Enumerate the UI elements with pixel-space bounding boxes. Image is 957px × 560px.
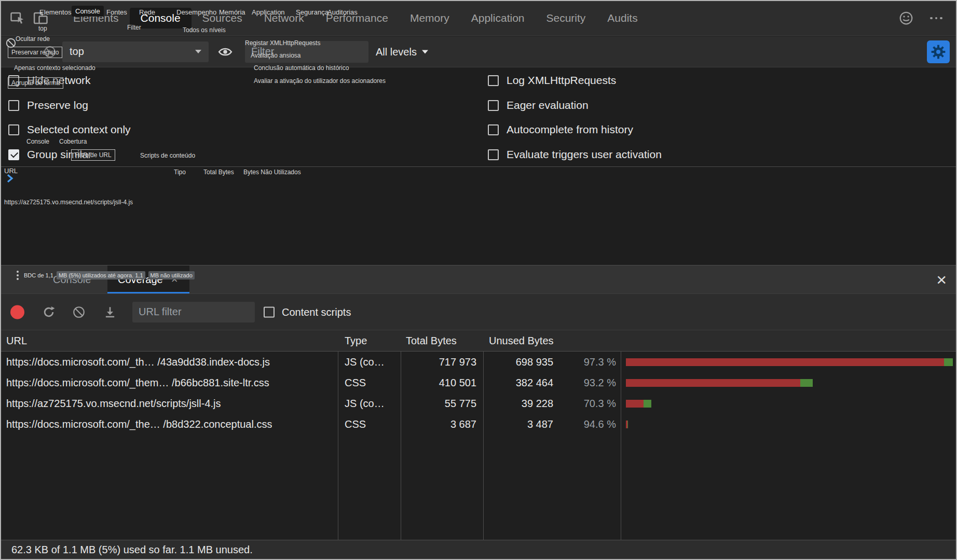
setting-label: Group similar (27, 148, 92, 161)
tab-performance[interactable]: Performance (315, 8, 399, 29)
setting-eager-evaluation[interactable]: Eager evaluation (488, 97, 589, 113)
log-levels-dropdown[interactable]: All levels (376, 46, 428, 58)
url-filter-input[interactable] (132, 302, 255, 323)
setting-selected-context-only[interactable]: Selected context only (8, 122, 131, 137)
header-unused-bytes[interactable]: Unused Bytes (489, 330, 554, 351)
drawer-close-icon[interactable]: × (936, 271, 947, 288)
row-unused-percent: 97.3 % (554, 352, 616, 372)
coverage-row[interactable]: https://docs.microsoft.com/_them… /b66bc… (1, 372, 956, 393)
device-toolbar-icon[interactable] (29, 7, 52, 30)
checkbox[interactable] (8, 75, 19, 86)
tab-close-icon[interactable]: × (171, 274, 178, 285)
coverage-table: URL Type Total Bytes Unused Bytes https:… (1, 330, 956, 540)
tab-audits[interactable]: Audits (596, 8, 648, 29)
row-url: https://docs.microsoft.com/_th… /43a9dd3… (6, 352, 270, 372)
chevron-down-icon (195, 50, 201, 53)
checkbox[interactable] (488, 75, 499, 86)
tab-network[interactable]: Network (253, 8, 315, 29)
tab-security[interactable]: Security (535, 8, 596, 29)
usage-bar (626, 421, 953, 428)
toolbar-right-actions (895, 7, 948, 30)
drawer-tab-label: Coverage (118, 274, 163, 286)
tab-console[interactable]: Console (130, 8, 192, 29)
checkbox[interactable] (488, 100, 499, 111)
devtools-window: Elements Console Sources Network Perform… (0, 0, 957, 560)
checkbox[interactable] (264, 306, 275, 317)
row-unused-percent: 94.6 % (554, 414, 616, 435)
drawer-tabbar: Console Coverage × × (1, 265, 956, 294)
content-scripts-toggle[interactable]: Content scripts (264, 306, 351, 318)
setting-autocomplete-history[interactable]: Autocomplete from history (488, 122, 633, 137)
tab-sources[interactable]: Sources (192, 8, 253, 29)
setting-preserve-log[interactable]: Preserve log (8, 97, 88, 113)
console-settings-gear-button[interactable] (927, 40, 950, 63)
row-type: JS (co… (345, 352, 385, 372)
used-bar-segment (800, 379, 813, 387)
console-toolbar: top All levels (1, 36, 956, 67)
drawer-tab-coverage[interactable]: Coverage × (107, 265, 189, 293)
row-url: https://docs.microsoft.com/_them… /b66bc… (6, 372, 269, 393)
console-messages-area[interactable] (1, 167, 956, 265)
usage-bar (626, 358, 953, 366)
inspect-element-icon[interactable] (6, 7, 29, 30)
used-bar-segment (644, 400, 651, 408)
row-unused-bytes: 698 935 (486, 352, 553, 372)
unused-bar-segment (626, 358, 944, 366)
header-url[interactable]: URL (6, 330, 27, 351)
export-download-icon[interactable] (99, 301, 121, 324)
header-type[interactable]: Type (345, 330, 367, 351)
unused-bar-segment (626, 400, 644, 408)
coverage-row[interactable]: https://az725175.vo.msecnd.net/scripts/j… (1, 393, 956, 414)
console-filter-input[interactable] (245, 41, 368, 63)
used-bar-segment (944, 358, 953, 366)
checkbox[interactable] (8, 124, 19, 135)
checkbox[interactable] (488, 149, 499, 160)
unused-bar-segment (626, 379, 800, 387)
clear-console-icon[interactable] (38, 40, 61, 63)
row-total-bytes: 410 501 (406, 372, 476, 393)
row-total-bytes: 3 687 (406, 414, 476, 435)
tab-memory[interactable]: Memory (399, 8, 460, 29)
row-unused-percent: 93.2 % (554, 372, 616, 393)
checkbox[interactable] (488, 124, 499, 135)
context-selector[interactable]: top (62, 41, 209, 62)
setting-group-similar[interactable]: Group similar (8, 147, 92, 162)
active-tab-underline (107, 292, 189, 293)
feedback-smiley-icon[interactable] (895, 7, 918, 30)
gear-icon (930, 44, 947, 60)
checkbox[interactable] (8, 149, 19, 160)
log-levels-value: All levels (376, 46, 417, 58)
coverage-toolbar: Content scripts (1, 294, 956, 330)
row-unused-bytes: 3 487 (486, 414, 553, 435)
row-type: CSS (345, 372, 366, 393)
coverage-summary-text: 62.3 KB of 1.1 MB (5%) used so far. 1.1 … (11, 544, 253, 556)
setting-label: Evaluate triggers user activation (507, 148, 662, 161)
more-options-icon[interactable] (925, 7, 948, 30)
setting-label: Log XMLHttpRequests (507, 74, 616, 87)
clear-coverage-icon[interactable] (67, 301, 90, 324)
coverage-table-header: URL Type Total Bytes Unused Bytes (1, 330, 956, 352)
content-scripts-label: Content scripts (282, 306, 351, 318)
live-expression-eye-icon[interactable] (214, 40, 237, 63)
setting-hide-network[interactable]: Hide network (8, 73, 91, 88)
coverage-row[interactable]: https://docs.microsoft.com/_the… /b8d322… (1, 414, 956, 435)
coverage-row[interactable]: https://docs.microsoft.com/_th… /43a9dd3… (1, 352, 956, 372)
drawer-tab-console[interactable]: Console (53, 274, 91, 286)
row-url: https://docs.microsoft.com/_the… /b8d322… (6, 414, 272, 435)
setting-log-xhr[interactable]: Log XMLHttpRequests (488, 73, 616, 88)
chevron-down-icon (422, 50, 428, 53)
devtools-main-toolbar: Elements Console Sources Network Perform… (1, 1, 956, 36)
setting-label: Selected context only (27, 123, 131, 136)
context-selector-value: top (70, 46, 84, 58)
tab-application[interactable]: Application (460, 8, 536, 29)
panel-tabs: Elements Console Sources Network Perform… (62, 8, 649, 29)
row-url: https://az725175.vo.msecnd.net/scripts/j… (6, 393, 221, 414)
reload-icon[interactable] (37, 301, 60, 324)
tab-elements[interactable]: Elements (62, 8, 130, 29)
coverage-status-bar: 62.3 KB of 1.1 MB (5%) used so far. 1.1 … (1, 540, 956, 559)
setting-label: Autocomplete from history (507, 123, 633, 136)
checkbox[interactable] (8, 100, 19, 111)
setting-evaluate-triggers[interactable]: Evaluate triggers user activation (488, 147, 662, 162)
header-total-bytes[interactable]: Total Bytes (406, 330, 457, 351)
record-coverage-button[interactable] (10, 305, 24, 319)
